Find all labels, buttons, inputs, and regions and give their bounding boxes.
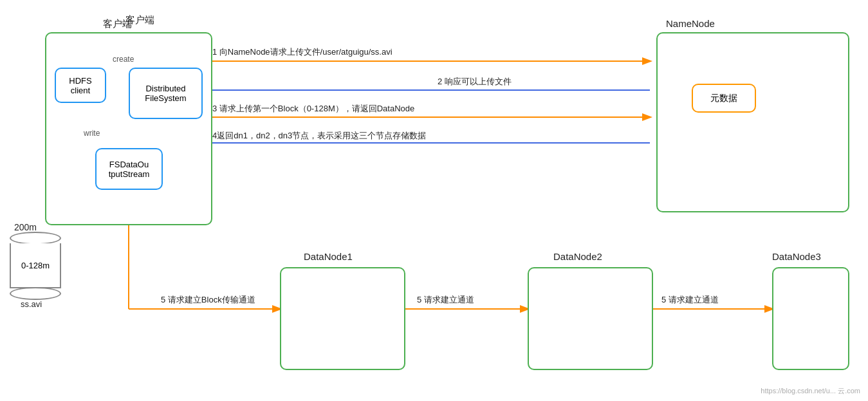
file-size-label: 200m <box>14 222 37 232</box>
datanode2-box <box>528 267 653 370</box>
diagram: 客户端 客户端 HDFS client Distributed FileSyst… <box>0 0 868 401</box>
arrow5a-label: 5 请求建立Block传输通道 <box>161 294 255 306</box>
watermark: https://blog.csdn.net/u... 云.com <box>761 386 860 396</box>
datanode2-title: DataNode2 <box>553 251 602 262</box>
client-title: 客户端 <box>103 18 132 30</box>
block-label: 0-128m <box>21 261 50 270</box>
arrow4-label: 4返回dn1，dn2，dn3节点，表示采用这三个节点存储数据 <box>212 130 426 142</box>
cylinder-bottom <box>10 287 61 300</box>
namenode-box <box>656 32 849 212</box>
cylinder: 0-128m <box>10 232 61 300</box>
datanode1-title: DataNode1 <box>304 251 353 262</box>
metadata-label: 元数据 <box>710 93 737 104</box>
arrow2-label: 2 响应可以上传文件 <box>438 76 512 88</box>
metadata-box: 元数据 <box>692 84 756 113</box>
datanode3-title: DataNode3 <box>772 251 821 262</box>
fsdataoutputstream-label: FSDataOu tputStream <box>109 160 150 179</box>
cylinder-top <box>10 232 61 245</box>
datanode3-box <box>772 267 849 370</box>
hdfs-client-box: HDFS client <box>55 68 106 103</box>
arrow3-label: 3 请求上传第一个Block（0-128M），请返回DataNode <box>212 103 414 115</box>
arrow1-label: 1 向NameNode请求上传文件/user/atguigu/ss.avi <box>212 46 392 58</box>
hdfs-client-label: HDFS client <box>69 76 91 95</box>
cylinder-body: 0-128m <box>10 243 61 288</box>
write-label: write <box>84 129 100 138</box>
filename-label: ss.avi <box>21 299 42 309</box>
arrow5c-label: 5 请求建立通道 <box>661 294 719 306</box>
fsdataoutputstream-box: FSDataOu tputStream <box>95 148 163 190</box>
namenode-title: NameNode <box>666 18 715 29</box>
create-label: create <box>113 55 134 64</box>
arrow5b-label: 5 请求建立通道 <box>417 294 474 306</box>
distributed-fs-box: Distributed FileSystem <box>129 68 203 119</box>
distributed-fs-label: Distributed FileSystem <box>145 84 186 103</box>
datanode1-box <box>280 267 405 370</box>
